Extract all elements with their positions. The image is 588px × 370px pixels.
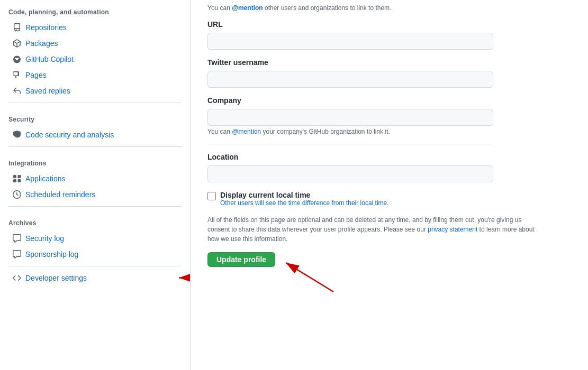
reply-icon: [13, 87, 21, 95]
sidebar-label-code-security: Code security and analysis: [25, 131, 114, 139]
divider-main: [207, 144, 493, 144]
company-field-group: Company You can @mention your company's …: [207, 96, 571, 135]
company-input[interactable]: [207, 109, 493, 126]
repo-icon: [13, 23, 21, 32]
sidebar-item-sponsorship-log[interactable]: Sponsorship log: [8, 247, 182, 262]
pages-icon: [13, 71, 21, 79]
local-time-main-label: Display current local time: [220, 191, 389, 199]
sidebar-item-github-copilot[interactable]: GitHub Copilot: [8, 52, 182, 67]
sidebar-item-repositories[interactable]: Repositories: [8, 20, 182, 35]
svg-line-3: [286, 263, 333, 292]
sidebar-label-sponsorship-log: Sponsorship log: [25, 250, 78, 258]
location-field-group: Location: [207, 153, 571, 182]
divider-4: [8, 266, 182, 266]
section-label-security: Security: [8, 107, 182, 127]
local-time-label-group: Display current local time Other users w…: [220, 191, 389, 207]
local-time-sub-label: Other users will see the time difference…: [220, 199, 389, 207]
company-label: Company: [207, 96, 571, 105]
local-time-row: Display current local time Other users w…: [207, 191, 571, 207]
privacy-link[interactable]: privacy statement: [428, 226, 477, 233]
clock-icon: [13, 190, 21, 199]
sidebar-label-pages: Pages: [25, 71, 47, 79]
location-input[interactable]: [207, 165, 493, 182]
sidebar-label-developer-settings: Developer settings: [25, 274, 87, 282]
sidebar-item-pages[interactable]: Pages: [8, 68, 182, 82]
divider-1: [8, 103, 182, 103]
twitter-input[interactable]: [207, 71, 493, 88]
section-label-integrations: Integrations: [8, 151, 182, 171]
divider-2: [8, 146, 182, 147]
sidebar-item-scheduled-reminders[interactable]: Scheduled reminders: [8, 187, 182, 202]
local-time-checkbox[interactable]: [207, 192, 216, 200]
main-content: You can @mention other users and organiz…: [191, 0, 588, 370]
sidebar-label-security-log: Security log: [25, 234, 64, 243]
section-label-archives: Archives: [8, 211, 182, 231]
twitter-field-group: Twitter username: [207, 58, 571, 88]
sidebar-item-code-security[interactable]: Code security and analysis: [8, 127, 182, 142]
update-profile-button[interactable]: Update profile: [207, 252, 275, 267]
shield-icon: [13, 131, 21, 139]
company-hint: You can @mention your company's GitHub o…: [207, 128, 571, 135]
url-field-group: URL: [207, 20, 571, 50]
sidebar-label-github-copilot: GitHub Copilot: [25, 55, 74, 63]
twitter-label: Twitter username: [207, 58, 571, 67]
sidebar-label-saved-replies: Saved replies: [25, 87, 70, 95]
company-mention: @mention: [232, 128, 261, 135]
sidebar-item-developer-settings[interactable]: Developer settings: [8, 271, 182, 285]
sidebar: Code, planning, and automation Repositor…: [0, 0, 191, 370]
security-log-icon: [13, 234, 21, 243]
sidebar-item-saved-replies[interactable]: Saved replies: [8, 84, 182, 98]
divider-3: [8, 206, 182, 207]
apps-icon: [13, 174, 21, 183]
url-input[interactable]: [207, 33, 493, 50]
sidebar-label-repositories: Repositories: [25, 23, 67, 32]
url-label: URL: [207, 20, 571, 29]
sidebar-label-packages: Packages: [25, 39, 58, 48]
top-hint: You can @mention other users and organiz…: [207, 0, 571, 20]
sidebar-item-security-log[interactable]: Security log: [8, 231, 182, 246]
package-icon: [13, 39, 21, 48]
optional-note: All of the fields on this page are optio…: [207, 215, 536, 244]
copilot-icon: [13, 55, 21, 63]
code-icon: [13, 274, 21, 282]
location-label: Location: [207, 153, 571, 161]
sidebar-label-applications: Applications: [25, 174, 66, 183]
sidebar-label-scheduled-reminders: Scheduled reminders: [25, 190, 95, 199]
sidebar-item-applications[interactable]: Applications: [8, 171, 182, 186]
sponsorship-log-icon: [13, 250, 21, 258]
mention-text: @mention: [232, 4, 263, 12]
sidebar-item-packages[interactable]: Packages: [8, 36, 182, 51]
section-label-code: Code, planning, and automation: [8, 0, 182, 20]
